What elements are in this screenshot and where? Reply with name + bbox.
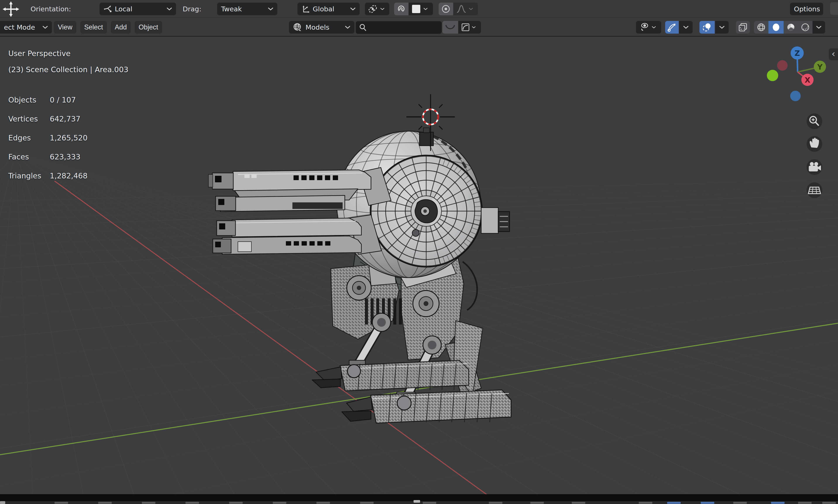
xray-toggle[interactable] xyxy=(736,21,750,34)
rendered-shading-button[interactable] xyxy=(798,21,813,34)
chevron-down-icon xyxy=(350,7,356,11)
object-visibility-dropdown[interactable] xyxy=(636,21,661,34)
asset-search-box[interactable] xyxy=(356,21,442,34)
material-shading-icon xyxy=(786,22,796,32)
stat-label: Objects xyxy=(8,95,50,105)
eye-cursor-icon xyxy=(639,22,649,33)
perspective-grid-button[interactable] xyxy=(807,182,822,198)
timeline-tick xyxy=(572,502,585,504)
show-gizmo-toggle[interactable] xyxy=(665,21,679,34)
stat-row: Objects 0 / 107 xyxy=(8,95,128,105)
timeline-tick xyxy=(822,502,836,504)
timeline-edge-element xyxy=(0,501,5,504)
shading-dropdown[interactable] xyxy=(813,21,825,34)
stat-value: 642,737 xyxy=(50,114,81,124)
global-axis-icon xyxy=(301,4,310,13)
snap-toggle-button[interactable] xyxy=(394,3,408,15)
magnet-icon xyxy=(396,4,406,14)
search-input[interactable] xyxy=(369,23,435,32)
pan-hand-button[interactable] xyxy=(807,136,822,152)
show-overlays-toggle[interactable] xyxy=(699,21,715,34)
timeline-tick xyxy=(798,502,811,504)
menu-button[interactable]: Add xyxy=(111,21,131,34)
stat-row: Faces 623,333 xyxy=(8,152,128,162)
gizmo-y-label: Y xyxy=(817,62,823,71)
sidebar-collapse-arrow[interactable]: ‹ xyxy=(829,49,838,60)
menu-button[interactable]: Object xyxy=(135,21,162,34)
options-dropdown[interactable]: Options xyxy=(790,3,823,15)
snap-settings-dropdown[interactable] xyxy=(408,3,433,15)
move-tool-icon[interactable] xyxy=(3,1,19,17)
collapse-arrow-glyph: ‹ xyxy=(832,49,835,59)
wireframe-shading-button[interactable] xyxy=(754,21,768,34)
proportional-editing-icon xyxy=(441,4,451,14)
stat-value: 0 / 107 xyxy=(50,95,76,105)
transform-orientation-value: Global xyxy=(313,5,334,13)
xray-toggle-icon xyxy=(738,22,748,32)
stat-label: Triangles xyxy=(8,172,50,181)
chevron-down-icon xyxy=(423,7,428,11)
local-axis-icon xyxy=(103,4,112,13)
stat-value: 623,333 xyxy=(50,152,81,162)
solid-shading-icon xyxy=(771,22,781,32)
timeline-tick xyxy=(98,502,112,504)
head-top-box xyxy=(419,132,433,146)
camera-view-button[interactable] xyxy=(807,159,822,175)
timeline-tick xyxy=(360,502,373,504)
chevron-down-icon xyxy=(42,25,48,29)
gizmo-x-label: X xyxy=(805,76,810,85)
falloff-dropdown[interactable] xyxy=(453,3,478,15)
chevron-down-icon xyxy=(816,25,822,29)
viewport-overlay-info: User Perspective (23) Scene Collection |… xyxy=(8,49,128,191)
curve-preset-dropdown[interactable] xyxy=(458,21,481,34)
blender-window: Z Y X xyxy=(0,0,838,504)
chevron-down-icon xyxy=(469,7,473,11)
options-label: Options xyxy=(794,5,820,13)
curve-toggle-button[interactable] xyxy=(442,21,458,34)
zoom-button[interactable] xyxy=(807,113,822,129)
timeline-tick xyxy=(316,502,330,504)
timeline-tick xyxy=(229,502,243,504)
gizmo-dropdown[interactable] xyxy=(679,21,693,34)
search-icon xyxy=(359,23,367,32)
gizmo-axis-neg-y[interactable] xyxy=(767,70,778,81)
timeline-strip[interactable] xyxy=(0,501,838,504)
menu-button[interactable]: Select xyxy=(80,21,107,34)
timeline-tick xyxy=(55,502,68,504)
timeline-tick xyxy=(639,502,652,504)
wireframe-shading-icon xyxy=(756,22,766,32)
stat-row: Edges 1,265,520 xyxy=(8,133,128,143)
drag-dropdown[interactable]: Tweak xyxy=(217,3,277,15)
shading-mode-group xyxy=(754,21,825,34)
chevron-down-icon xyxy=(472,25,476,29)
menu-button[interactable]: View xyxy=(54,21,76,34)
solid-shading-button[interactable] xyxy=(768,21,784,34)
corner-partial-button xyxy=(830,2,838,15)
timeline-tick xyxy=(489,502,502,504)
menu-bar: ViewSelectAddObject xyxy=(54,21,162,34)
timeline-tick-selected xyxy=(667,502,681,504)
stat-label: Edges xyxy=(8,133,50,143)
drag-value: Tweak xyxy=(221,5,242,13)
orientation-dropdown[interactable]: Local xyxy=(100,3,176,15)
orientation-value: Local xyxy=(115,5,132,13)
timeline-tick xyxy=(423,502,436,504)
material-shading-button[interactable] xyxy=(784,21,798,34)
transform-orientation-dropdown[interactable]: Global xyxy=(297,3,360,15)
chevron-down-icon xyxy=(268,7,274,11)
gizmo-axis-neg-z[interactable] xyxy=(790,91,801,101)
asset-category-dropdown[interactable]: Models xyxy=(289,21,354,34)
claw xyxy=(347,397,372,411)
timeline-marker xyxy=(414,500,420,503)
chevron-down-icon xyxy=(345,25,350,29)
proportional-editing-toggle[interactable] xyxy=(439,3,453,15)
stat-value: 1,282,468 xyxy=(50,172,88,181)
pivot-point-dropdown[interactable] xyxy=(365,3,389,15)
overlays-dropdown[interactable] xyxy=(715,21,729,34)
view-perspective-label: User Perspective xyxy=(8,49,128,58)
mode-dropdown[interactable]: ect Mode xyxy=(0,21,52,34)
orientation-label: Orientation: xyxy=(31,3,71,15)
chevron-down-icon xyxy=(167,7,172,11)
timeline-tick xyxy=(733,502,747,504)
gizmo-axis-neg-x[interactable] xyxy=(777,60,788,71)
